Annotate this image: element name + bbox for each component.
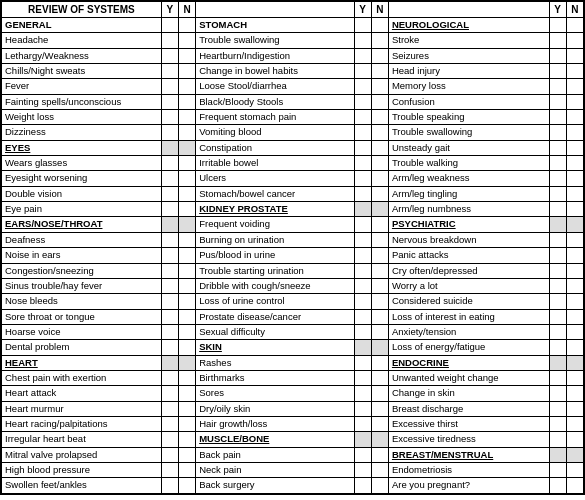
col3-row11-y[interactable] (549, 202, 566, 217)
col1-row0-y[interactable] (161, 33, 178, 48)
col1-row28-y[interactable] (161, 462, 178, 477)
col3-row10-y[interactable] (549, 186, 566, 201)
col1-row27-n[interactable] (178, 447, 195, 462)
col2-row9-y[interactable] (354, 171, 371, 186)
col1-row8-y[interactable] (161, 156, 178, 171)
col3-row8-n[interactable] (566, 156, 583, 171)
col1-row5-n[interactable] (178, 110, 195, 125)
col3-row7-n[interactable] (566, 140, 583, 155)
col3-row9-y[interactable] (549, 171, 566, 186)
col2-row11-n[interactable] (371, 202, 388, 217)
col2-row17-n[interactable] (371, 294, 388, 309)
col2-row12-n[interactable] (371, 217, 388, 232)
col3-row9-n[interactable] (566, 171, 583, 186)
col2-row3-n[interactable] (371, 79, 388, 94)
col2-row19-n[interactable] (371, 324, 388, 339)
col1-row10-y[interactable] (161, 186, 178, 201)
col2-row17-y[interactable] (354, 294, 371, 309)
col3-row16-y[interactable] (549, 278, 566, 293)
col1-row19-n[interactable] (178, 324, 195, 339)
col3-row7-y[interactable] (549, 140, 566, 155)
col1-row22-n[interactable] (178, 370, 195, 385)
col3-row19-y[interactable] (549, 324, 566, 339)
col1-row16-y[interactable] (161, 278, 178, 293)
col2-row3-y[interactable] (354, 79, 371, 94)
col3-row13-n[interactable] (566, 232, 583, 247)
col2-row23-n[interactable] (371, 386, 388, 401)
col1-row18-n[interactable] (178, 309, 195, 324)
col3-row5-y[interactable] (549, 110, 566, 125)
col3-row23-y[interactable] (549, 386, 566, 401)
col2-row28-n[interactable] (371, 462, 388, 477)
col3-row1-n[interactable] (566, 48, 583, 63)
col1-row15-n[interactable] (178, 263, 195, 278)
col3-row20-y[interactable] (549, 340, 566, 355)
col1-row26-y[interactable] (161, 432, 178, 447)
col1-row16-n[interactable] (178, 278, 195, 293)
col3-row12-y[interactable] (549, 217, 566, 232)
col3-row21-n[interactable] (566, 355, 583, 370)
col1-row24-y[interactable] (161, 401, 178, 416)
col2-row8-y[interactable] (354, 156, 371, 171)
col1-row4-n[interactable] (178, 94, 195, 109)
col2-row28-y[interactable] (354, 462, 371, 477)
col1-row13-n[interactable] (178, 232, 195, 247)
col1-row28-n[interactable] (178, 462, 195, 477)
col3-row28-y[interactable] (549, 462, 566, 477)
col2-row5-y[interactable] (354, 110, 371, 125)
col3-row17-y[interactable] (549, 294, 566, 309)
col2-row19-y[interactable] (354, 324, 371, 339)
col3-row27-y[interactable] (549, 447, 566, 462)
col2-row27-y[interactable] (354, 447, 371, 462)
col1-row23-n[interactable] (178, 386, 195, 401)
col3-row14-n[interactable] (566, 248, 583, 263)
col3-row15-n[interactable] (566, 263, 583, 278)
col2-row22-y[interactable] (354, 370, 371, 385)
col2-row10-n[interactable] (371, 186, 388, 201)
col1-row3-n[interactable] (178, 79, 195, 94)
col2-row11-y[interactable] (354, 202, 371, 217)
col1-row29-y[interactable] (161, 478, 178, 493)
col1-row22-y[interactable] (161, 370, 178, 385)
col3-row18-n[interactable] (566, 309, 583, 324)
col3-row24-n[interactable] (566, 401, 583, 416)
col2-row24-y[interactable] (354, 401, 371, 416)
col2-row6-n[interactable] (371, 125, 388, 140)
col1-row7-y[interactable] (161, 140, 178, 155)
col1-row27-y[interactable] (161, 447, 178, 462)
col2-row1-n[interactable] (371, 48, 388, 63)
col1-row17-n[interactable] (178, 294, 195, 309)
col1-row10-n[interactable] (178, 186, 195, 201)
col3-row5-n[interactable] (566, 110, 583, 125)
col1-row21-n[interactable] (178, 355, 195, 370)
col2-row5-n[interactable] (371, 110, 388, 125)
col1-row14-n[interactable] (178, 248, 195, 263)
col2-row29-y[interactable] (354, 478, 371, 493)
col3-row13-y[interactable] (549, 232, 566, 247)
col1-row26-n[interactable] (178, 432, 195, 447)
col1-row8-n[interactable] (178, 156, 195, 171)
col1-row21-y[interactable] (161, 355, 178, 370)
col2-row13-n[interactable] (371, 232, 388, 247)
col3-row27-n[interactable] (566, 447, 583, 462)
col2-row14-n[interactable] (371, 248, 388, 263)
col2-row16-n[interactable] (371, 278, 388, 293)
col1-row11-n[interactable] (178, 202, 195, 217)
col2-row6-y[interactable] (354, 125, 371, 140)
col2-row24-n[interactable] (371, 401, 388, 416)
col3-row22-n[interactable] (566, 370, 583, 385)
col1-row1-n[interactable] (178, 48, 195, 63)
col1-row9-n[interactable] (178, 171, 195, 186)
col3-row6-n[interactable] (566, 125, 583, 140)
col1-row6-y[interactable] (161, 125, 178, 140)
col2-row22-n[interactable] (371, 370, 388, 385)
col3-row24-y[interactable] (549, 401, 566, 416)
col1-row13-y[interactable] (161, 232, 178, 247)
col2-row7-n[interactable] (371, 140, 388, 155)
col1-row5-y[interactable] (161, 110, 178, 125)
col2-row27-n[interactable] (371, 447, 388, 462)
col1-row11-y[interactable] (161, 202, 178, 217)
col3-row8-y[interactable] (549, 156, 566, 171)
col2-row7-y[interactable] (354, 140, 371, 155)
col1-row6-n[interactable] (178, 125, 195, 140)
